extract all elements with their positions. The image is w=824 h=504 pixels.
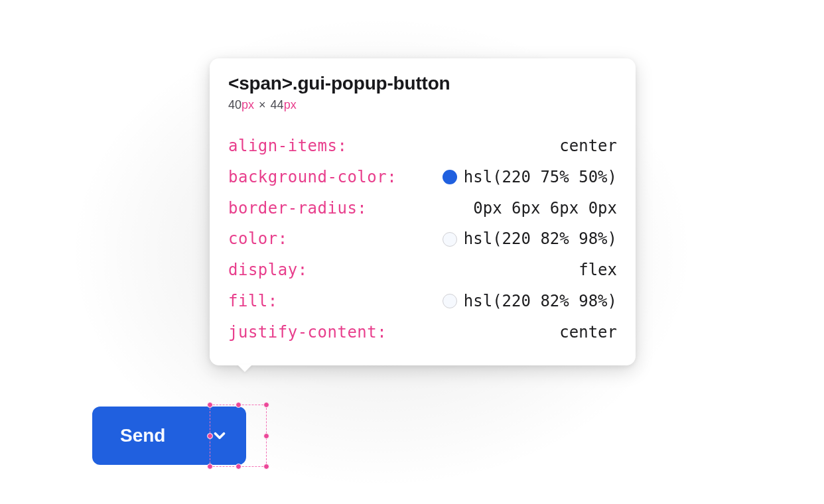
- css-property-value: center: [559, 317, 617, 348]
- dim-times: ×: [257, 98, 267, 111]
- gui-popup-button[interactable]: [193, 407, 246, 465]
- dim-height-unit: px: [284, 98, 297, 111]
- css-properties-list: align-items: center background-color: hs…: [228, 131, 617, 348]
- css-property-name: fill:: [228, 286, 278, 317]
- tooltip-selector: <span>.gui-popup-button: [228, 73, 617, 94]
- tooltip-dimensions: 40px × 44px: [228, 98, 617, 112]
- selection-handle-icon[interactable]: [263, 433, 269, 439]
- selection-handle-icon[interactable]: [263, 464, 269, 470]
- css-property-row: background-color: hsl(220 75% 50%): [228, 162, 617, 193]
- css-inspector-tooltip: <span>.gui-popup-button 40px × 44px alig…: [210, 58, 636, 365]
- css-property-name: display:: [228, 255, 308, 286]
- css-property-value: hsl(220 82% 98%): [464, 286, 617, 317]
- css-property-name: border-radius:: [228, 193, 367, 224]
- css-property-value: hsl(220 75% 50%): [464, 162, 617, 193]
- dim-width-value: 40: [228, 98, 241, 111]
- send-button[interactable]: Send: [92, 407, 193, 465]
- css-property-name: color:: [228, 223, 288, 255]
- selection-handle-icon[interactable]: [263, 402, 269, 408]
- tooltip-arrow-icon: [238, 365, 252, 372]
- dim-width-unit: px: [241, 98, 254, 111]
- color-swatch-icon: [443, 170, 457, 184]
- css-property-name: background-color:: [228, 162, 397, 193]
- css-property-value: center: [559, 131, 617, 162]
- color-swatch-icon: [443, 232, 457, 247]
- gui-split-button: Send: [92, 407, 246, 465]
- css-property-row: color: hsl(220 82% 98%): [228, 223, 617, 255]
- css-property-value: 0px 6px 6px 0px: [473, 193, 617, 224]
- css-property-name: justify-content:: [228, 317, 387, 348]
- color-swatch-icon: [443, 294, 457, 308]
- css-property-row: fill: hsl(220 82% 98%): [228, 286, 617, 317]
- chevron-down-icon: [211, 427, 228, 444]
- css-property-value: hsl(220 82% 98%): [464, 223, 617, 255]
- css-property-value: flex: [579, 255, 617, 286]
- css-property-row: display: flex: [228, 255, 617, 286]
- css-property-name: align-items:: [228, 131, 347, 162]
- dim-height-value: 44: [271, 98, 284, 111]
- css-property-row: justify-content: center: [228, 317, 617, 348]
- css-property-row: align-items: center: [228, 131, 617, 162]
- css-property-row: border-radius: 0px 6px 6px 0px: [228, 193, 617, 224]
